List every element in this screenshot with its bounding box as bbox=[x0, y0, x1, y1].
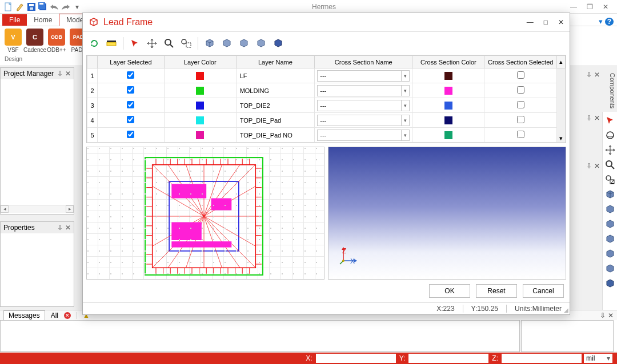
cross-section-name-input[interactable] bbox=[317, 115, 402, 126]
pin-icon[interactable]: ⇩ bbox=[586, 162, 592, 170]
layer-selected-checkbox[interactable] bbox=[127, 86, 134, 94]
project-manager-body[interactable] bbox=[1, 79, 74, 205]
cross-section-selected-checkbox[interactable] bbox=[517, 116, 524, 123]
layer-selected-checkbox[interactable] bbox=[127, 131, 134, 138]
zoom-window-icon[interactable]: z↑ bbox=[604, 173, 616, 186]
cube-iso1-icon[interactable] bbox=[203, 37, 217, 50]
status-y-field[interactable] bbox=[408, 354, 488, 363]
help-icon[interactable]: ▾ ? bbox=[599, 17, 614, 26]
close-icon[interactable]: ✕ bbox=[594, 114, 600, 122]
cube-icon[interactable] bbox=[604, 248, 616, 260]
highlight-icon[interactable] bbox=[105, 37, 118, 50]
messages-panel[interactable] bbox=[0, 320, 520, 352]
ok-button[interactable]: OK bbox=[429, 284, 470, 298]
new-doc-icon[interactable] bbox=[3, 2, 14, 12]
cross-section-name-input[interactable] bbox=[317, 70, 402, 82]
cursor-icon[interactable] bbox=[604, 114, 616, 127]
dialog-minimize-button[interactable]: — bbox=[527, 18, 534, 26]
cancel-button[interactable]: Cancel bbox=[523, 284, 564, 298]
dialog-title-bar[interactable]: Lead Frame — □ ✕ bbox=[83, 13, 570, 31]
cross-section-color-swatch[interactable] bbox=[444, 116, 452, 124]
pin-icon[interactable]: ⇩ bbox=[586, 71, 592, 79]
cube-iso2-icon[interactable] bbox=[220, 37, 234, 50]
dropdown-icon[interactable]: ▾ bbox=[402, 100, 410, 111]
table-scrollbar[interactable]: ▴ bbox=[556, 56, 565, 68]
table-row[interactable]: 2MOLDING▾ bbox=[87, 83, 566, 98]
layer-color-swatch[interactable] bbox=[196, 102, 204, 110]
cross-section-name-input[interactable] bbox=[317, 100, 402, 111]
cube-icon[interactable] bbox=[604, 277, 616, 290]
cross-section-color-swatch[interactable] bbox=[444, 72, 452, 80]
qat-dropdown-icon[interactable]: ▾ bbox=[72, 2, 82, 12]
pin-icon[interactable]: ⇩ bbox=[586, 114, 592, 122]
cube-solid-icon[interactable] bbox=[271, 37, 285, 50]
layer-color-swatch[interactable] bbox=[196, 72, 204, 80]
table-row[interactable]: 3TOP_DIE2▾ bbox=[87, 98, 566, 113]
layer-selected-checkbox[interactable] bbox=[127, 101, 134, 108]
layer-color-swatch[interactable] bbox=[196, 131, 204, 139]
cross-section-selected-checkbox[interactable] bbox=[517, 71, 524, 79]
status-x-field[interactable] bbox=[316, 354, 396, 363]
edit-icon[interactable] bbox=[15, 2, 25, 12]
table-row[interactable]: 5TOP_DIE_Pad NO▾ bbox=[87, 128, 566, 143]
tab-file[interactable]: File bbox=[2, 14, 27, 26]
cross-section-selected-checkbox[interactable] bbox=[517, 86, 524, 94]
messages-tab[interactable]: Messages bbox=[3, 310, 45, 321]
cross-section-color-swatch[interactable] bbox=[444, 102, 452, 110]
leadframe-3d-view[interactable]: Z X bbox=[328, 147, 566, 280]
pan-cross-icon[interactable] bbox=[145, 37, 159, 50]
cube-icon[interactable] bbox=[604, 233, 616, 245]
reset-button[interactable]: Reset bbox=[476, 284, 517, 298]
dropdown-icon[interactable]: ▾ bbox=[402, 70, 410, 82]
components-tab[interactable]: Components bbox=[609, 73, 616, 108]
zoom-icon[interactable] bbox=[162, 37, 176, 50]
close-icon[interactable]: ✕ bbox=[65, 70, 71, 78]
zoom-window-icon[interactable] bbox=[179, 37, 193, 50]
refresh-icon[interactable] bbox=[87, 37, 101, 50]
close-icon[interactable]: ✕ bbox=[594, 71, 600, 79]
status-z-field[interactable] bbox=[502, 354, 582, 363]
pin-icon[interactable]: ⇩ bbox=[57, 224, 63, 232]
dropdown-icon[interactable]: ▾ bbox=[402, 85, 410, 96]
cross-section-name-input[interactable] bbox=[317, 85, 402, 96]
project-manager-header[interactable]: Project Manager ⇩✕ bbox=[1, 68, 74, 79]
pin-icon[interactable]: ⇩ bbox=[600, 312, 606, 319]
cube-iso4-icon[interactable] bbox=[254, 37, 268, 50]
tab-home[interactable]: Home bbox=[27, 14, 59, 26]
design-vsf-button[interactable]: VVSF bbox=[3, 29, 23, 57]
cross-section-selected-checkbox[interactable] bbox=[517, 101, 524, 108]
save-icon[interactable] bbox=[26, 2, 37, 12]
status-unit[interactable]: mil▾ bbox=[584, 354, 612, 363]
leadframe-2d-view[interactable] bbox=[86, 147, 324, 280]
cross-section-name-input[interactable] bbox=[317, 130, 402, 141]
cube-iso3-icon[interactable] bbox=[237, 37, 251, 50]
table-row[interactable]: 1LF▾▾ bbox=[87, 68, 566, 83]
cube-icon[interactable] bbox=[604, 203, 616, 216]
dropdown-icon[interactable]: ▾ bbox=[402, 130, 410, 141]
zoom-icon[interactable] bbox=[604, 159, 616, 171]
close-icon[interactable]: ✕ bbox=[65, 224, 71, 232]
redo-icon[interactable] bbox=[61, 2, 71, 12]
project-manager-scroll[interactable]: ◂▸ bbox=[1, 205, 74, 213]
restore-button[interactable]: ❐ bbox=[582, 3, 598, 11]
pan-icon[interactable] bbox=[604, 144, 616, 156]
close-icon[interactable]: ✕ bbox=[594, 162, 600, 170]
close-button[interactable]: ✕ bbox=[598, 3, 614, 11]
messages-all-tab[interactable]: All bbox=[51, 312, 58, 319]
layer-selected-checkbox[interactable] bbox=[127, 71, 134, 79]
undo-icon[interactable] bbox=[49, 2, 59, 12]
cross-section-selected-checkbox[interactable] bbox=[517, 131, 524, 138]
properties-header[interactable]: Properties ⇩✕ bbox=[1, 222, 74, 233]
cursor-icon[interactable] bbox=[128, 37, 142, 50]
pin-icon[interactable]: ⇩ bbox=[57, 70, 63, 78]
cube-icon[interactable] bbox=[604, 188, 616, 201]
aux-panel[interactable] bbox=[521, 320, 614, 352]
dialog-maximize-button[interactable]: □ bbox=[544, 18, 548, 26]
save-all-icon[interactable] bbox=[38, 2, 48, 12]
cross-section-color-swatch[interactable] bbox=[444, 131, 452, 139]
table-row[interactable]: 4TOP_DIE_Pad▾ bbox=[87, 113, 566, 128]
resize-grip-icon[interactable]: ◢ bbox=[564, 307, 568, 313]
design-cadence-button[interactable]: CCadence bbox=[25, 29, 45, 57]
close-icon[interactable]: ✕ bbox=[608, 312, 614, 319]
layer-color-swatch[interactable] bbox=[196, 116, 204, 124]
